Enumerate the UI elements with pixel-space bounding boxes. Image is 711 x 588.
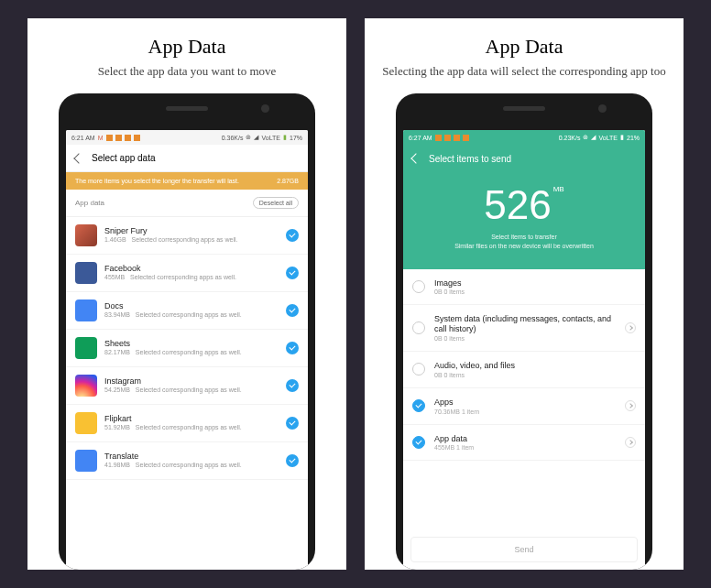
wifi-icon: ⊚ <box>246 134 251 141</box>
signal-icon: ◢ <box>591 134 596 141</box>
app-item[interactable]: Instagram54.25MB Selected corresponding … <box>66 367 308 405</box>
category-name: App data <box>434 434 616 444</box>
volte-label: VoLTE <box>598 135 618 141</box>
back-icon[interactable] <box>73 153 83 163</box>
header-title: Select items to send <box>429 154 511 164</box>
status-speed: 0.36K/s <box>222 135 244 141</box>
app-icon <box>75 224 97 246</box>
notif-icon <box>463 135 469 141</box>
screen-header: Select items to send <box>403 145 645 172</box>
phone-screen: 6:27 AM 0.23K/s ⊚ ◢ VoLTE ▮ 21% Select <box>403 130 645 570</box>
app-sub: 83.94MB Selected corresponding apps as w… <box>104 310 279 319</box>
status-speed: 0.23K/s <box>559 135 581 141</box>
hero-line1: Select items to transfer <box>412 233 636 242</box>
category-name: System data (including messages, contact… <box>434 314 616 334</box>
checkbox-icon[interactable] <box>286 454 299 467</box>
checkbox-icon[interactable] <box>286 379 299 392</box>
radio-icon[interactable] <box>412 280 425 293</box>
notif-icon <box>435 135 442 141</box>
checkbox-icon[interactable] <box>286 417 299 430</box>
app-item[interactable]: Facebook455MB Selected corresponding app… <box>66 255 308 292</box>
radio-icon[interactable] <box>412 399 425 412</box>
notif-icon <box>444 135 451 141</box>
checkbox-icon[interactable] <box>286 304 299 317</box>
chevron-right-icon[interactable] <box>625 322 636 333</box>
radio-icon[interactable] <box>412 321 425 334</box>
app-name: Flipkart <box>104 414 279 423</box>
radio-icon[interactable] <box>412 436 425 449</box>
battery-pct: 21% <box>627 135 640 141</box>
phone-frame: 6:21 AM M 0.36K/s ⊚ ◢ VoLTE ▮ 17% <box>59 93 315 570</box>
radio-icon[interactable] <box>412 363 425 376</box>
app-item[interactable]: Flipkart51.92MB Selected corresponding a… <box>66 405 308 442</box>
right-panel: App Data Selecting the app data will sel… <box>365 18 684 570</box>
category-sub: 0B 0 items <box>434 372 636 378</box>
app-item[interactable]: Sniper Fury1.46GB Selected corresponding… <box>66 217 308 255</box>
app-sub: 455MB Selected corresponding apps as wel… <box>104 273 279 281</box>
category-item[interactable]: System data (including messages, contact… <box>403 305 645 352</box>
info-banner: The more items you select the longer the… <box>66 172 308 190</box>
battery-pct: 17% <box>290 135 302 141</box>
category-item[interactable]: Images0B 0 items <box>403 269 645 306</box>
app-name: Sheets <box>104 339 279 348</box>
panel-title: App Data <box>148 35 226 59</box>
back-icon[interactable] <box>410 153 421 163</box>
notif-icon <box>454 135 460 141</box>
app-name: Facebook <box>104 264 279 273</box>
status-time: 6:21 AM <box>71 135 95 141</box>
volte-label: VoLTE <box>261 135 280 141</box>
status-bar: 6:21 AM M 0.36K/s ⊚ ◢ VoLTE ▮ 17% <box>66 130 308 145</box>
app-sub: 51.92MB Selected corresponding apps as w… <box>104 423 279 431</box>
left-panel: App Data Select the app data you want to… <box>27 18 346 570</box>
category-name: Apps <box>434 397 616 408</box>
notif-icon <box>125 135 131 141</box>
notif-icon <box>134 135 140 141</box>
chevron-right-icon[interactable] <box>625 400 636 411</box>
panel-title: App Data <box>486 35 563 59</box>
wifi-icon: ⊚ <box>583 134 588 141</box>
signal-icon: ◢ <box>254 134 258 141</box>
status-bar: 6:27 AM 0.23K/s ⊚ ◢ VoLTE ▮ 21% <box>403 130 645 145</box>
section-label: App data <box>75 199 104 207</box>
notif-icon <box>106 135 113 141</box>
category-sub: 455MB 1 item <box>434 444 616 451</box>
hero-line2: Similar files on the new device will be … <box>412 242 636 251</box>
app-name: Docs <box>104 301 279 310</box>
category-sub: 0B 0 items <box>434 335 616 342</box>
category-name: Audio, video, and files <box>434 361 636 371</box>
app-sub: 1.46GB Selected corresponding apps as we… <box>104 235 279 244</box>
total-size-unit: MB <box>553 185 564 193</box>
phone-frame: 6:27 AM 0.23K/s ⊚ ◢ VoLTE ▮ 21% Select <box>396 93 652 570</box>
app-name: Instagram <box>104 376 279 386</box>
app-name: Sniper Fury <box>104 226 279 235</box>
app-item[interactable]: Docs83.94MB Selected corresponding apps … <box>66 292 308 330</box>
checkbox-icon[interactable] <box>286 229 299 242</box>
app-sub: 82.17MB Selected corresponding apps as w… <box>104 348 279 356</box>
category-item[interactable]: App data455MB 1 item <box>403 425 645 462</box>
banner-size: 2.87GB <box>277 178 299 184</box>
checkbox-icon[interactable] <box>286 267 299 279</box>
category-item[interactable]: Audio, video, and files0B 0 items <box>403 352 645 388</box>
send-button[interactable]: Send <box>410 537 638 562</box>
panel-subtitle: Selecting the app data will select the c… <box>382 64 665 79</box>
screen-header: Select app data <box>66 145 308 172</box>
banner-text: The more items you select the longer the… <box>75 178 239 184</box>
category-name: Images <box>434 278 636 289</box>
app-list: Sniper Fury1.46GB Selected corresponding… <box>66 217 308 570</box>
total-size-value: 526 <box>484 182 551 227</box>
app-icon <box>75 412 97 434</box>
chevron-right-icon[interactable] <box>625 437 636 448</box>
deselect-all-button[interactable]: Deselect all <box>253 197 299 209</box>
app-item[interactable]: Translate41.98MB Selected corresponding … <box>66 442 308 480</box>
header-title: Select app data <box>92 153 156 163</box>
app-sub: 54.25MB Selected corresponding apps as w… <box>104 386 279 394</box>
battery-icon: ▮ <box>620 134 624 141</box>
app-icon <box>75 375 97 397</box>
hero-section: 526MB Select items to transfer Similar f… <box>403 172 645 269</box>
category-sub: 0B 0 items <box>434 289 636 295</box>
app-icon <box>75 450 97 472</box>
app-icon <box>75 299 97 321</box>
app-item[interactable]: Sheets82.17MB Selected corresponding app… <box>66 330 308 367</box>
category-item[interactable]: Apps70.36MB 1 item <box>403 388 645 425</box>
checkbox-icon[interactable] <box>286 342 299 354</box>
